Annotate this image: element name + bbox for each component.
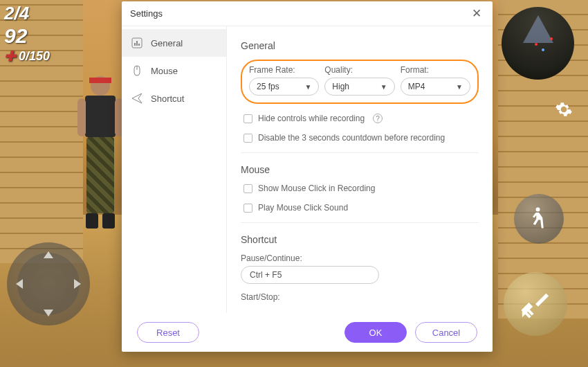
sidebar-item-mouse[interactable]: Mouse bbox=[122, 57, 226, 84]
section-shortcut-title: Shortcut bbox=[241, 234, 479, 245]
frame-rate-select[interactable]: 25 fps ▼ bbox=[249, 78, 319, 96]
recording-options-highlight: Frame Rate: 25 fps ▼ Quality: High ▼ bbox=[241, 60, 479, 104]
ok-button[interactable]: OK bbox=[344, 322, 407, 343]
sidebar-item-label: Shortcut bbox=[151, 93, 184, 104]
hud-ammo: 92 bbox=[4, 24, 50, 48]
minimap[interactable] bbox=[502, 7, 574, 80]
svg-rect-3 bbox=[138, 44, 140, 46]
hud-hp: ✚ 0/150 bbox=[4, 48, 50, 64]
settings-dialog: Settings ✕ General Mouse Shortcut bbox=[122, 1, 493, 352]
fire-button[interactable] bbox=[504, 272, 567, 336]
sidebar-item-label: General bbox=[151, 38, 183, 48]
chevron-down-icon: ▼ bbox=[456, 83, 463, 91]
settings-content: General Frame Rate: 25 fps ▼ Quality: H bbox=[227, 26, 493, 313]
chevron-down-icon: ▼ bbox=[304, 83, 311, 91]
format-value: MP4 bbox=[408, 82, 425, 91]
disable-countdown-label: Disable the 3 seconds countdown before r… bbox=[258, 133, 445, 143]
movement-joystick[interactable] bbox=[7, 242, 90, 325]
hide-controls-label: Hide controls while recording bbox=[258, 114, 365, 123]
health-icon: ✚ bbox=[4, 48, 16, 64]
format-select[interactable]: MP4 ▼ bbox=[401, 78, 470, 96]
hud-stats: 2/4 92 ✚ 0/150 bbox=[4, 3, 50, 64]
section-mouse-title: Mouse bbox=[241, 164, 479, 175]
quality-label: Quality: bbox=[324, 65, 394, 75]
gear-icon[interactable] bbox=[555, 100, 574, 120]
svg-rect-1 bbox=[134, 43, 136, 46]
checkbox-icon bbox=[244, 134, 252, 143]
dialog-header: Settings ✕ bbox=[122, 1, 493, 26]
hud-hp-value: 0/150 bbox=[19, 49, 50, 64]
show-click-checkbox-row[interactable]: Show Mouse Click in Recording bbox=[241, 184, 479, 193]
pause-continue-label: Pause/Continue: bbox=[241, 253, 479, 263]
settings-sidebar: General Mouse Shortcut bbox=[122, 26, 227, 313]
checkbox-icon bbox=[244, 114, 252, 123]
quality-value: High bbox=[332, 82, 349, 91]
disable-countdown-checkbox-row[interactable]: Disable the 3 seconds countdown before r… bbox=[241, 133, 479, 143]
pause-continue-value: Ctrl + F5 bbox=[250, 270, 282, 280]
sidebar-item-general[interactable]: General bbox=[122, 29, 226, 57]
show-click-label: Show Mouse Click in Recording bbox=[258, 184, 375, 193]
format-label: Format: bbox=[401, 65, 470, 75]
frame-rate-value: 25 fps bbox=[257, 82, 279, 91]
dialog-title: Settings bbox=[130, 8, 163, 19]
hide-controls-checkbox-row[interactable]: Hide controls while recording ? bbox=[241, 114, 479, 123]
checkbox-icon bbox=[244, 184, 252, 193]
soldier-character bbox=[76, 76, 125, 242]
hud-score: 2/4 bbox=[4, 3, 50, 24]
help-icon[interactable]: ? bbox=[373, 114, 383, 123]
reset-button[interactable]: Reset bbox=[137, 322, 199, 343]
close-icon[interactable]: ✕ bbox=[469, 3, 484, 24]
sidebar-item-label: Mouse bbox=[151, 66, 178, 76]
frame-rate-label: Frame Rate: bbox=[249, 65, 319, 75]
pause-continue-input[interactable]: Ctrl + F5 bbox=[241, 266, 379, 284]
send-icon bbox=[131, 93, 143, 104]
dialog-footer: Reset OK Cancel bbox=[122, 313, 493, 352]
bar-chart-icon bbox=[131, 37, 143, 48]
svg-rect-2 bbox=[136, 41, 138, 46]
start-stop-label: Start/Stop: bbox=[241, 292, 479, 302]
jump-button[interactable] bbox=[514, 194, 564, 244]
section-general-title: General bbox=[241, 40, 479, 51]
quality-select[interactable]: High ▼ bbox=[324, 78, 394, 96]
play-sound-checkbox-row[interactable]: Play Mouse Click Sound bbox=[241, 203, 479, 213]
checkbox-icon bbox=[244, 204, 252, 213]
play-sound-label: Play Mouse Click Sound bbox=[258, 203, 348, 213]
sidebar-item-shortcut[interactable]: Shortcut bbox=[122, 84, 226, 112]
mouse-icon bbox=[131, 65, 143, 76]
chevron-down-icon: ▼ bbox=[380, 83, 387, 91]
cancel-button[interactable]: Cancel bbox=[415, 322, 477, 343]
